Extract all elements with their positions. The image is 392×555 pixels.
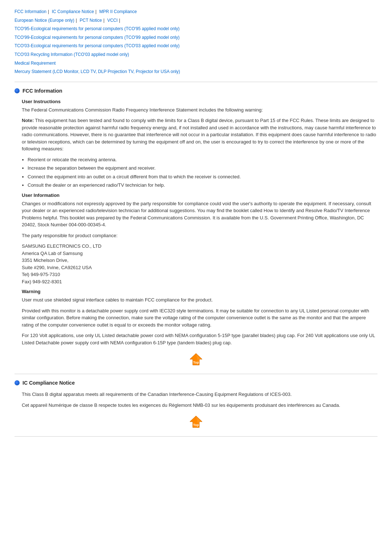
warning-heading: Warning (22, 289, 377, 294)
user-instructions-para1: The Federal Communications Commission Ra… (22, 106, 377, 114)
ic-top-arrow-icon: Top (187, 414, 205, 429)
bullet-2: Increase the separation between the equi… (28, 165, 377, 172)
divider-fcc-ic (15, 374, 377, 374)
ic-section-title: IC Compliance Notice (23, 380, 75, 386)
fcc-section-header: FCC Information (15, 88, 377, 94)
nav-eu[interactable]: European Notice (Europe only) (15, 18, 74, 23)
note-bold: Note: (22, 118, 34, 123)
nav-vcci[interactable]: VCCI (107, 18, 118, 23)
nav-tco99[interactable]: TCO'99-Ecological requirements for perso… (15, 35, 180, 40)
nav-mercury[interactable]: Mercury Statement (LCD Monitor, LCD TV, … (15, 69, 180, 74)
bullet-3: Connect the equipment into an outlet on … (28, 173, 377, 181)
fcc-top-icon[interactable]: Top (15, 352, 377, 366)
ic-para2: Cet appareil Numérique de classe B respe… (22, 402, 377, 409)
fcc-bullet-list: Reorient or relocate the receiving anten… (28, 156, 377, 189)
ic-top-icon[interactable]: Top (15, 414, 377, 429)
nav-pct[interactable]: PCT Notice (80, 18, 102, 23)
svg-text:Top: Top (193, 361, 199, 364)
note-text: This equipment has been tested and found… (22, 118, 376, 151)
nav-tco95[interactable]: TCO'95-Ecological requirements for perso… (15, 26, 180, 31)
bullet-4: Consult the dealer or an experienced rad… (28, 182, 377, 189)
fcc-top-button[interactable]: Top (187, 352, 205, 366)
user-information-para1: Changes or modifications not expressly a… (22, 200, 377, 228)
user-information-heading: User Information (22, 193, 377, 198)
nav-tco03r[interactable]: TCO'03 Recycling Information (TCO'03 app… (15, 52, 129, 57)
divider-bottom (15, 436, 377, 437)
ic-section: IC Compliance Notice This Class B digita… (15, 380, 377, 429)
user-instructions-heading: User Instructions (22, 99, 377, 104)
ic-para1: This Class B digital apparatus meets all… (22, 391, 377, 398)
nav-links: FCC Information| IC Compliance Notice| M… (15, 7, 377, 76)
nav-tco03[interactable]: TCO'03-Ecological requirements for perso… (15, 43, 180, 48)
ic-section-header: IC Compliance Notice (15, 380, 377, 386)
svg-text:Top: Top (193, 423, 199, 427)
nav-mpr[interactable]: MPR II Compliance (99, 9, 137, 14)
nav-medical[interactable]: Medical Requirement (15, 61, 56, 66)
warning-para2: Provided with this monitor is a detachab… (22, 307, 377, 329)
top-arrow-icon: Top (187, 352, 205, 366)
ic-dot-icon (15, 380, 20, 385)
user-information-para2: The party responsible for product compli… (22, 232, 377, 239)
bullet-1: Reorient or relocate the receiving anten… (28, 156, 377, 163)
fcc-section: FCC Information User Instructions The Fe… (15, 88, 377, 367)
divider-top (15, 82, 377, 82)
warning-para3: For 120 Volt applications, use only UL L… (22, 332, 377, 346)
nav-fcc[interactable]: FCC Information (15, 9, 46, 14)
fcc-dot-icon (15, 88, 20, 93)
fcc-section-title: FCC Information (23, 88, 62, 94)
ic-top-button[interactable]: Top (187, 414, 205, 429)
warning-para1: User must use shielded signal interface … (22, 296, 377, 304)
address-block: SAMSUNG ELECTRONICS CO., LTD America QA … (22, 243, 377, 285)
nav-ic[interactable]: IC Compliance Notice (52, 9, 94, 14)
user-instructions-note: Note: This equipment has been tested and… (22, 117, 377, 153)
